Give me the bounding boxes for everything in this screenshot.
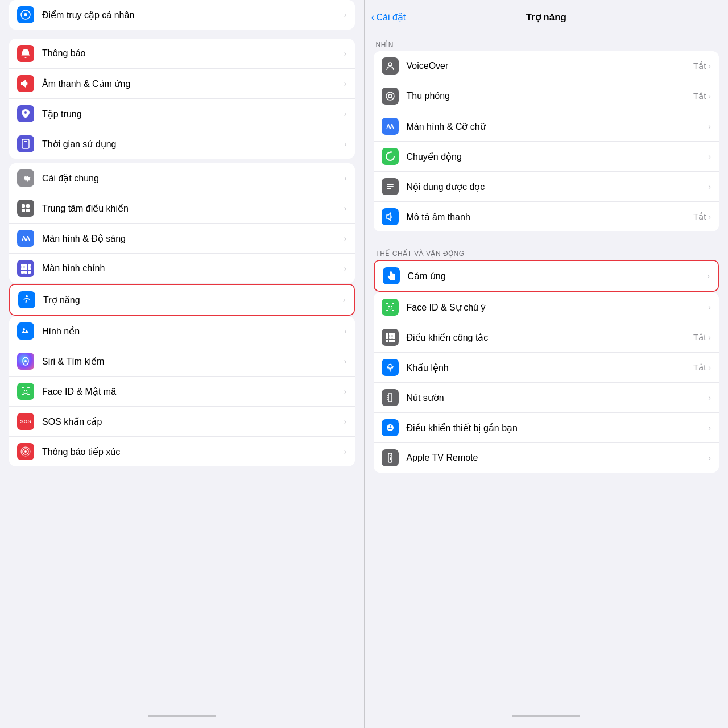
- home-indicator-bar: [0, 709, 364, 728]
- svg-rect-13: [28, 267, 31, 270]
- nhin-group: VoiceOver Tắt › Thu phóng Tắt ›: [374, 51, 719, 231]
- chevron-icon: ›: [708, 303, 711, 312]
- section-group2: Cài đặt chung › Trung tâm điều khiển › A…: [0, 163, 364, 466]
- thoi-gian-item[interactable]: Thời gian sử dụng ›: [9, 129, 355, 159]
- chevron-icon: ›: [344, 447, 347, 456]
- svg-rect-43: [389, 333, 392, 336]
- svg-point-40: [388, 306, 389, 307]
- trung-tam-icon: [17, 200, 34, 217]
- am-thanh-item[interactable]: Âm thanh & Cảm ứng ›: [9, 69, 355, 99]
- thong-bao-icon: [17, 45, 34, 62]
- svg-rect-38: [386, 310, 388, 311]
- diem-truy-cap[interactable]: Điểm truy cập cá nhân ›: [9, 0, 355, 30]
- dieu-khien-thiet-bi-item[interactable]: Điều khiển thiết bị gần bạn ›: [374, 413, 719, 443]
- cam-ung-item[interactable]: Cảm ứng ›: [375, 261, 718, 291]
- thu-phong-icon: [382, 88, 399, 105]
- tro-nang-right: ›: [343, 295, 346, 304]
- chuyen-dong-item[interactable]: Chuyển động ›: [374, 142, 719, 172]
- dieu-khien-cong-tac-right: Tắt ›: [693, 332, 711, 342]
- svg-rect-55: [390, 457, 391, 460]
- svg-rect-5: [26, 204, 30, 208]
- man-hinh-chinh-item[interactable]: Màn hình chính ›: [9, 254, 355, 283]
- voiceover-value: Tắt: [693, 61, 706, 71]
- thu-phong-item[interactable]: Thu phóng Tắt ›: [374, 81, 719, 111]
- chevron-icon: ›: [708, 122, 711, 131]
- hinh-nen-item[interactable]: Hình nền ›: [9, 316, 355, 346]
- svg-point-26: [26, 390, 27, 391]
- svg-rect-4: [22, 204, 25, 208]
- chevron-icon: ›: [708, 333, 711, 342]
- the-chat-group: Face ID & Sự chú ý › Điều khiển công tắc…: [374, 292, 719, 473]
- back-label[interactable]: Cài đặt: [377, 12, 406, 23]
- chevron-icon: ›: [708, 212, 711, 221]
- man-hinh-do-sang-icon: AA: [17, 230, 34, 247]
- thoi-gian-icon: [17, 135, 34, 152]
- face-id-su-chu-y-icon: [382, 299, 399, 316]
- section-group2b-list: Hình nền › Siri & Tìm kiếm ›: [9, 316, 355, 466]
- chuyen-dong-label: Chuyển động: [407, 151, 709, 162]
- siri-item[interactable]: Siri & Tìm kiếm ›: [9, 346, 355, 377]
- dieu-khien-cong-tac-label: Điều khiển công tắc: [407, 332, 693, 343]
- svg-rect-48: [386, 340, 388, 342]
- noi-dung-doc-item[interactable]: Nội dung được đọc ›: [374, 172, 719, 202]
- face-id-mat-ma-item[interactable]: Face ID & Mật mã ›: [9, 377, 355, 407]
- man-hinh-do-sang-item[interactable]: AA Màn hình & Độ sáng ›: [9, 224, 355, 254]
- thong-bao-item[interactable]: Thông báo ›: [9, 39, 355, 69]
- chevron-icon: ›: [344, 357, 347, 366]
- mo-ta-am-thanh-item[interactable]: Mô tả âm thanh Tắt ›: [374, 202, 719, 231]
- svg-rect-34: [387, 186, 394, 187]
- voiceover-item[interactable]: VoiceOver Tắt ›: [374, 51, 719, 81]
- tap-trung-item[interactable]: Tập trung ›: [9, 99, 355, 129]
- khau-lenh-icon: [382, 359, 399, 376]
- svg-rect-44: [392, 333, 395, 336]
- svg-rect-2: [22, 139, 29, 148]
- chevron-icon: ›: [344, 79, 347, 88]
- chevron-icon: ›: [344, 417, 347, 426]
- mo-ta-am-thanh-value: Tắt: [693, 212, 706, 222]
- apple-tv-remote-item[interactable]: Apple TV Remote ›: [374, 443, 719, 473]
- sos-label: SOS khẩn cấp: [42, 416, 344, 427]
- dieu-khien-cong-tac-icon: [382, 329, 399, 346]
- nut-suon-item[interactable]: Nút sườn ›: [374, 383, 719, 413]
- trung-tam-item[interactable]: Trung tâm điều khiển ›: [9, 193, 355, 224]
- svg-rect-10: [28, 264, 31, 267]
- siri-right: ›: [344, 357, 347, 366]
- thong-bao-tiep-xuc-icon: [17, 443, 34, 460]
- nut-suon-label: Nút sườn: [407, 392, 709, 403]
- right-bottom-bar: [365, 709, 729, 728]
- tro-nang-item[interactable]: Trợ năng ›: [10, 285, 354, 315]
- back-button[interactable]: ‹ Cài đặt: [371, 12, 406, 23]
- chevron-icon: ›: [344, 139, 347, 148]
- am-thanh-icon: [17, 75, 34, 92]
- sos-item[interactable]: SOS SOS khẩn cấp ›: [9, 407, 355, 437]
- chevron-icon: ›: [344, 204, 347, 213]
- svg-rect-45: [386, 336, 388, 339]
- khau-lenh-value: Tắt: [693, 362, 706, 373]
- noi-dung-doc-right: ›: [708, 182, 711, 191]
- face-id-su-chu-y-item[interactable]: Face ID & Sự chú ý ›: [374, 292, 719, 322]
- nut-suon-icon: [382, 389, 399, 406]
- svg-rect-47: [392, 336, 395, 339]
- man-hinh-co-chu-item[interactable]: AA Màn hình & Cỡ chữ ›: [374, 111, 719, 142]
- thong-bao-tiep-xuc-item[interactable]: Thông báo tiếp xúc ›: [9, 437, 355, 466]
- cam-ung-highlighted: Cảm ứng ›: [374, 260, 719, 292]
- khau-lenh-item[interactable]: Khẩu lệnh Tắt ›: [374, 353, 719, 383]
- thong-bao-right: ›: [344, 49, 347, 58]
- cai-dat-chung-item[interactable]: Cài đặt chung ›: [9, 163, 355, 193]
- face-id-su-chu-y-label: Face ID & Sự chú ý: [407, 302, 709, 313]
- right-panel-title: Trợ năng: [526, 11, 566, 23]
- nhin-section: NHÌN VoiceOver Tắt › Thu phóng: [365, 36, 729, 231]
- tro-nang-icon: [18, 291, 35, 308]
- tap-trung-label: Tập trung: [42, 109, 344, 119]
- hinh-nen-label: Hình nền: [42, 326, 344, 337]
- dieu-khien-thiet-bi-label: Điều khiển thiết bị gần bạn: [407, 423, 709, 433]
- thu-phong-value: Tắt: [693, 91, 706, 101]
- dieu-khien-cong-tac-item[interactable]: Điều khiển công tắc Tắt ›: [374, 322, 719, 353]
- svg-point-25: [24, 390, 25, 391]
- mo-ta-am-thanh-icon: [382, 208, 399, 225]
- left-panel: Điểm truy cập cá nhân › Thông báo ›: [0, 0, 365, 728]
- tro-nang-label: Trợ năng: [43, 295, 343, 305]
- chevron-icon: ›: [344, 10, 347, 19]
- svg-point-51: [388, 365, 392, 369]
- chevron-icon: ›: [707, 271, 710, 280]
